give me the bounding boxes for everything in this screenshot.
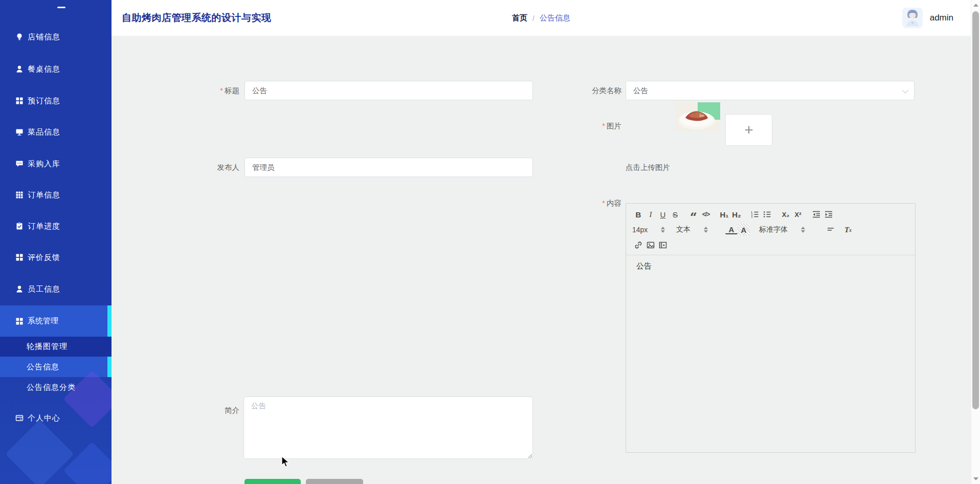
page-title: 自助烤肉店管理系统的设计与实现 [122,0,272,36]
underline-button[interactable]: U [657,208,669,221]
sidebar-item-dish-info[interactable]: 菜品信息 [0,123,112,141]
decorative-cube [5,420,74,484]
grid-icon [15,317,24,325]
sidebar-item-label: 预订信息 [28,96,60,106]
monitor-icon [15,128,24,136]
app-window: 店铺信息 餐桌信息 预订信息 菜品信息 采购入库 [0,0,980,484]
sidebar-item-system-management[interactable]: 系统管理 [0,305,112,337]
card-icon [15,414,24,422]
image-button[interactable] [644,239,657,251]
avatar [902,8,923,28]
sidebar-item-label: 评价反馈 [28,253,60,262]
username-text: admin [930,13,953,23]
text-style-select[interactable]: 文本 [676,225,718,234]
required-mark: * [602,122,605,130]
font-family-select[interactable]: 标准字体 [759,225,814,234]
clipboard-check-icon [15,222,24,230]
background-color-button[interactable]: A [738,224,750,236]
sidebar-item-purchase-inbound[interactable]: 采购入库 [0,155,112,173]
indent-decrease-button[interactable] [810,208,822,221]
user-icon [15,285,24,293]
font-family-value: 标准字体 [759,225,788,234]
breadcrumb-home-link[interactable]: 首页 [512,13,527,23]
title-input[interactable] [244,81,533,100]
category-label: 分类名称 [565,85,621,96]
heading2-button[interactable]: H₂ [730,208,743,221]
video-button[interactable] [657,239,669,251]
content-label: *内容 [565,198,621,208]
submit-button[interactable] [244,479,301,484]
link-button[interactable] [632,239,644,251]
sidebar-item-order-progress[interactable]: 订单进度 [0,217,112,235]
publisher-label: 发布人 [183,162,239,172]
sidebar-item-label: 店铺信息 [28,32,60,42]
breadcrumb-separator: / [532,14,534,23]
scrollbar-thumb[interactable] [972,11,979,409]
decorative-cube [63,442,112,484]
active-accent-bar [107,357,112,377]
sidebar-subitem-label: 公告信息 [27,362,59,372]
required-mark: * [602,199,605,207]
strikethrough-button[interactable]: S [669,208,681,221]
font-size-value: 14px [632,226,648,234]
rich-text-editor: B I U S “ </> H₁ H₂ [626,203,916,453]
top-header: 自助烤肉店管理系统的设计与实现 首页 / 公告信息 admin [112,0,971,36]
sidebar-item-feedback[interactable]: 评价反馈 [0,248,112,267]
editor-content-area[interactable]: 公告 [626,255,915,456]
sidebar-item-store-info[interactable]: 店铺信息 [0,28,112,46]
sidebar-item-order-info[interactable]: 订单信息 [0,186,112,204]
sidebar: 店铺信息 餐桌信息 预订信息 菜品信息 采购入库 [0,0,112,484]
code-block-button[interactable]: </> [700,208,712,221]
sidebar-item-staff-info[interactable]: 员工信息 [0,280,112,298]
page-scrollbar [971,0,980,484]
image-label: *图片 [565,121,621,131]
ordered-list-button[interactable] [749,208,761,221]
text-style-value: 文本 [676,225,691,234]
sidebar-subitem-label: 公告信息分类 [27,383,76,392]
user-menu[interactable]: admin [902,0,953,36]
heading1-button[interactable]: H₁ [718,208,730,221]
blockquote-button[interactable]: “ [687,208,700,221]
font-size-select[interactable]: 14px [632,226,669,234]
category-select-value: 公告 [633,86,648,96]
sidebar-item-table-info[interactable]: 餐桌信息 [0,60,112,78]
updown-arrows-icon [704,227,708,233]
sidebar-item-label: 订单信息 [28,190,60,200]
required-mark: * [220,86,223,95]
subscript-button[interactable]: X₂ [779,208,792,221]
bold-button[interactable]: B [632,208,644,221]
upload-hint-text: 点击上传图片 [626,163,670,172]
title-label: *标题 [183,85,239,96]
publisher-input[interactable] [244,158,533,177]
sidebar-subitem-label: 轮播图管理 [27,342,68,351]
updown-arrows-icon [801,227,805,233]
intro-label: 简介 [183,405,239,415]
user-icon [15,65,24,73]
intro-textarea[interactable] [243,397,533,459]
clear-format-button[interactable]: Tx [842,224,854,236]
category-select[interactable]: 公告 [626,81,915,100]
sidebar-item-label: 餐桌信息 [28,64,60,74]
chat-icon [15,160,24,168]
grid-icon [15,253,24,261]
announcement-form: *标题 分类名称 公告 *图片 + 点击上传图片 发布人 *内容 [112,36,971,484]
scroll-up-arrow[interactable] [973,4,978,7]
uploaded-image-thumbnail[interactable] [675,102,720,131]
updown-arrows-icon [661,227,665,233]
text-color-button[interactable]: A [725,226,738,234]
sidebar-item-booking-info[interactable]: 预订信息 [0,92,112,110]
italic-button[interactable]: I [644,208,657,221]
chevron-down-icon [902,87,909,94]
sidebar-item-label: 菜品信息 [28,127,60,137]
superscript-button[interactable]: X² [792,208,804,221]
secondary-button[interactable] [306,479,363,484]
sidebar-item-label: 员工信息 [28,284,60,294]
sidebar-subitem-carousel-management[interactable]: 轮播图管理 [0,337,112,357]
image-upload-button[interactable]: + [725,114,772,146]
breadcrumb-current-link[interactable]: 公告信息 [540,13,570,23]
align-button[interactable] [825,224,837,236]
bullet-list-button[interactable] [761,208,773,221]
sidebar-item-label: 订单进度 [28,222,60,231]
indent-increase-button[interactable] [822,208,835,221]
scroll-down-arrow[interactable] [973,477,978,480]
